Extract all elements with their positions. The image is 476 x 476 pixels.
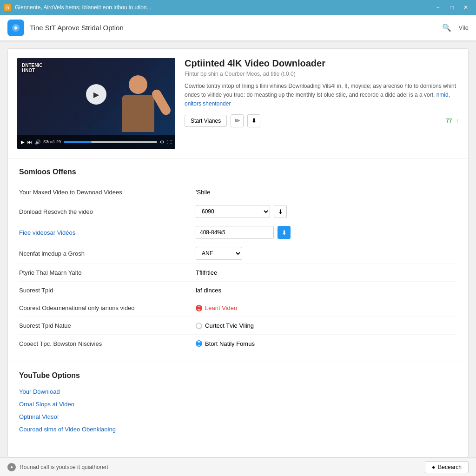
radio-circle-7	[196, 323, 202, 329]
setting-row-7: Suorest Tpld Natue Curtect Tvie Viling	[19, 317, 457, 335]
radio-label-7: Curtect Tvie Viling	[205, 322, 254, 329]
radio-label-8: Btort Natily Fomus	[205, 340, 255, 347]
setting-label-5: Suorest Tpld	[19, 287, 196, 294]
minimize-button[interactable]: −	[431, 2, 444, 13]
setting-value-5: laf dlnces	[196, 287, 457, 294]
setting-label-0: Your Maxed Video to Dewnoad Videes	[19, 189, 196, 196]
setting-value-8: Btort Natily Fomus	[196, 340, 457, 347]
play-button[interactable]: ▶	[86, 84, 106, 105]
app-icon: G	[4, 4, 11, 11]
becearch-button[interactable]: ● Becearch	[425, 461, 469, 473]
status-icon: ●	[7, 463, 16, 471]
setting-label-1: Donload Resovch the video	[19, 208, 196, 215]
head	[129, 75, 147, 94]
setting-label-6: Coorest Odeamenational only ianons video	[19, 304, 196, 311]
radio-circle-8	[196, 340, 202, 347]
fullscreen-icon[interactable]: ⛶	[167, 139, 172, 145]
download-btn-2[interactable]: ⬇	[278, 226, 291, 239]
progress-fill	[64, 141, 92, 143]
dropdown-3[interactable]: ANE	[196, 247, 242, 260]
setting-row-4: Ptyrie Thal Maarn Yalto Tfllfrtlee	[19, 264, 457, 282]
start-views-button[interactable]: Start Vianes	[185, 115, 227, 127]
play-icon[interactable]: ▶	[21, 139, 25, 145]
volume-icon[interactable]: 🔊	[35, 139, 40, 145]
status-text: Rounad call is youtsoe it quiathorert	[20, 464, 108, 470]
body	[122, 95, 154, 132]
app-info-section: DNTENICHNOT ▶ ▶ ⏭ 🔊 S3nc1 29	[8, 49, 468, 159]
setting-label-7: Suorest Tpld Natue	[19, 322, 196, 329]
close-button[interactable]: ✕	[459, 2, 472, 13]
setting-row-2: Fiee videosar Vidéos ⬇	[19, 222, 457, 243]
setting-label-3: Ncenfat lmedup a Grosh	[19, 250, 196, 257]
logo-icon	[11, 23, 20, 33]
yt-link-0[interactable]: Your Download	[19, 385, 457, 398]
setting-value-7: Curtect Tvie Viling	[196, 322, 457, 329]
setting-text-5: laf dlnces	[196, 287, 221, 294]
yt-link-1[interactable]: Ornal Slops at Video	[19, 398, 457, 410]
setting-row-5: Suorest Tpld laf dlnces	[19, 282, 457, 299]
download-btn-1[interactable]: ⬇	[274, 205, 287, 218]
setting-text-0: 'Shile	[196, 189, 210, 196]
yt-link-2[interactable]: Optniral Vldso!	[19, 410, 457, 423]
radio-option-7[interactable]: Curtect Tvie Viling	[196, 322, 254, 329]
setting-text-4: Tfllfrtlee	[196, 269, 217, 276]
rating-count: 77	[446, 118, 452, 124]
title-bar-left: G Giennente, AiroVels hems; iblanelit eo…	[4, 4, 152, 11]
setting-label-8: Cooect Tpc. Bowston Niscivies	[19, 340, 196, 347]
app-header-left: Tine StT Aprove Stridal Option	[7, 20, 124, 36]
setting-value-4: Tfllfrtlee	[196, 269, 457, 276]
input-2[interactable]	[196, 226, 274, 239]
radio-label-6: Leant Video	[205, 304, 237, 311]
bottom-bar-left: ● Rounad call is youtsoe it quiathorert	[7, 463, 108, 471]
edit-icon-button[interactable]: ✏	[231, 114, 244, 127]
maximize-button[interactable]: □	[445, 2, 458, 13]
next-icon[interactable]: ⏭	[27, 139, 32, 145]
setting-value-1: 6090 ⬇	[196, 205, 457, 218]
small-download-button[interactable]: ⬇	[247, 114, 260, 127]
app-name: Cptiinted 4lK Video Downloader	[185, 58, 459, 69]
setting-row-8: Cooect Tpc. Bowston Niscivies Btort Nati…	[19, 335, 457, 352]
dropdown-1[interactable]: 6090	[196, 205, 270, 218]
setting-label-2[interactable]: Fiee videosar Vidéos	[19, 229, 196, 236]
video-controls: ▶ ⏭ 🔊 S3nc1 29 ⚙ ⛶	[17, 135, 175, 149]
progress-bar[interactable]	[64, 141, 157, 143]
app-actions-row: Start Vianes ✏ ⬇ 77 ↑	[185, 114, 459, 127]
person-figure	[115, 75, 161, 136]
setting-row-0: Your Maxed Video to Dewnoad Videes 'Shil…	[19, 184, 457, 201]
section-title: Somloos Offens	[19, 168, 457, 176]
setting-row-3: Ncenfat lmedup a Grosh ANE	[19, 243, 457, 264]
video-text-overlay: DNTENICHNOT	[22, 63, 42, 73]
search-button[interactable]: 🔍	[442, 23, 451, 32]
rating-icon: ↑	[456, 117, 459, 124]
app-header: Tine StT Aprove Stridal Option 🔍 Vile	[0, 15, 476, 41]
title-bar-controls: − □ ✕	[431, 2, 472, 13]
setting-value-0: 'Shile	[196, 189, 457, 196]
radio-circle-6	[196, 305, 202, 311]
app-header-right: 🔍 Vile	[442, 23, 469, 32]
settings-section: Somloos Offens Your Maxed Video to Dewno…	[8, 159, 468, 362]
app-details: Download Cptiinted 4lK Video Downloader …	[185, 58, 459, 149]
video-thumbnail: DNTENICHNOT ▶ ▶ ⏭ 🔊 S3nc1 29	[17, 58, 175, 149]
time-display: S3nc1 29	[43, 139, 61, 144]
youtube-title: YouTube Options	[19, 371, 457, 380]
app-logo	[7, 20, 24, 36]
bottom-bar: ● Rounad call is youtsoe it quiathorert …	[0, 457, 476, 476]
app-title: Tine StT Aprove Stridal Option	[30, 24, 124, 32]
becearch-icon: ●	[432, 464, 435, 470]
app-version: Fintur bp shin a Courber Meos, ad title …	[185, 71, 459, 77]
file-menu[interactable]: Vile	[459, 24, 469, 31]
radio-option-6[interactable]: Leant Video	[196, 304, 237, 311]
main-content: DNTENICHNOT ▶ ▶ ⏭ 🔊 S3nc1 29	[7, 48, 469, 457]
app-description: Cowrloe tontry intop of Ining s llini vi…	[185, 82, 459, 109]
settings-icon[interactable]: ⚙	[160, 139, 164, 145]
setting-label-4: Ptyrie Thal Maarn Yalto	[19, 269, 196, 276]
yt-link-3[interactable]: Couroad sims of Video Obenklaoing	[19, 423, 457, 436]
title-bar: G Giennente, AiroVels hems; iblanelit eo…	[0, 0, 476, 15]
setting-value-3: ANE	[196, 247, 457, 260]
title-bar-text: Giennente, AiroVels hems; iblanelit eon.…	[15, 4, 152, 11]
setting-value-6: Leant Video	[196, 304, 457, 311]
radio-option-8[interactable]: Btort Natily Fomus	[196, 340, 255, 347]
setting-row-6: Coorest Odeamenational only ianons video…	[19, 299, 457, 317]
setting-row-1: Donload Resovch the video 6090 ⬇	[19, 201, 457, 222]
youtube-section: YouTube Options Your Download Ornal Slop…	[8, 362, 468, 445]
